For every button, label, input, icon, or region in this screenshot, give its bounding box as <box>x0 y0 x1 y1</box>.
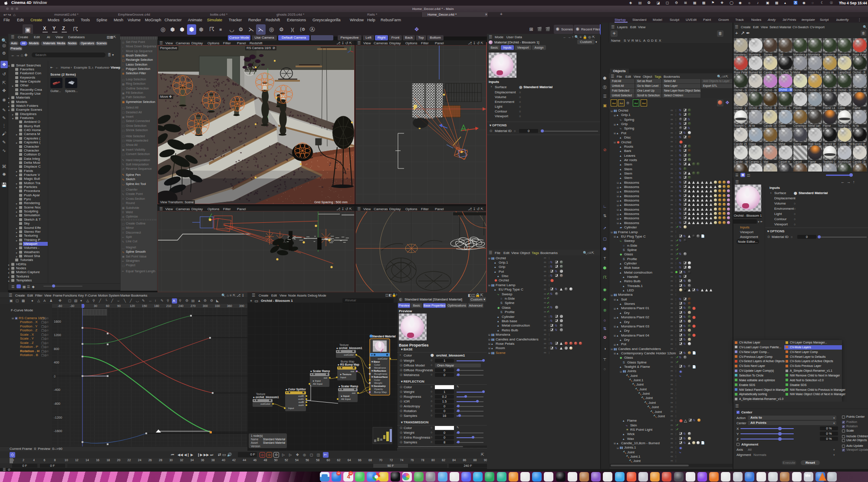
svg-text:out: out <box>351 370 355 373</box>
svg-text:▾ Reflection: ▾ Reflection <box>371 370 386 372</box>
svg-text:Bump Map: Bump Map <box>374 391 387 393</box>
svg-text:Input: Input <box>340 376 346 379</box>
svg-text:1 node(s): 1 node(s) <box>251 434 263 438</box>
svg-text:Input: Input <box>288 407 294 409</box>
svg-text:120: 120 <box>130 304 135 307</box>
svg-text:Name: Name <box>251 438 259 441</box>
svg-text:outA: outA <box>299 404 304 406</box>
svg-text:270: 270 <box>191 304 196 307</box>
svg-text:● orchid_blossom1: ● orchid_blossom1 <box>253 396 279 399</box>
svg-text:Alt Input: Alt Input <box>341 398 351 400</box>
svg-text:-400: -400 <box>54 388 60 392</box>
svg-text:● Scalar Ramp: ● Scalar Ramp <box>339 385 358 388</box>
svg-text:▸ Input: ▸ Input <box>313 380 321 382</box>
svg-text:▾ Base: ▾ Base <box>371 360 380 363</box>
svg-text:150: 150 <box>142 304 147 307</box>
svg-text:outColor: outColor <box>378 357 388 360</box>
svg-text:Alt Input: Alt Input <box>313 383 322 385</box>
svg-text:Texture: Texture <box>256 393 266 396</box>
svg-text:out: out <box>352 392 356 394</box>
svg-text:Metalness: Metalness <box>374 366 386 369</box>
svg-text:360: 360 <box>227 304 232 307</box>
svg-text:outG: outG <box>298 398 304 400</box>
svg-text:Version: Version <box>251 445 260 448</box>
svg-text:Roughness: Roughness <box>374 373 387 375</box>
svg-text:30: 30 <box>94 304 97 307</box>
svg-text:▾ Subsurface: ▾ Subsurface <box>371 376 388 378</box>
svg-text:Color: Color <box>374 363 380 366</box>
svg-text:210: 210 <box>166 304 171 307</box>
svg-text:240: 240 <box>178 304 184 307</box>
svg-text:Standard Material: Standard Material <box>263 441 286 444</box>
svg-text:●Standard Material: ●Standard Material <box>370 335 396 338</box>
svg-text:-1200: -1200 <box>54 416 62 419</box>
svg-text:1600: 1600 <box>54 320 61 324</box>
svg-text:Opacity: Opacity <box>374 388 383 390</box>
svg-text:● RS Bump Map: ● RS Bump Map <box>338 363 359 366</box>
svg-text:60: 60 <box>106 304 109 307</box>
svg-text:-800: -800 <box>54 402 60 406</box>
svg-text:Weight: Weight <box>374 382 382 384</box>
svg-text:● Scalar Ramp: ● Scalar Ramp <box>310 370 330 373</box>
svg-text:Standard Material: Standard Material <box>263 438 286 441</box>
svg-text:outB: outB <box>299 401 304 403</box>
svg-text:● orchid_blossom1: ● orchid_blossom1 <box>336 347 362 350</box>
svg-text:Color: Color <box>374 379 380 381</box>
svg-text:outColor: outColor <box>344 353 354 356</box>
svg-text:300: 300 <box>203 304 208 307</box>
svg-text:▸ Input: ▸ Input <box>341 395 349 397</box>
svg-text:outColor: outColor <box>260 403 270 405</box>
svg-text:▸ Texture: ▸ Texture <box>340 373 352 376</box>
svg-text:-1600: -1600 <box>54 429 62 433</box>
svg-text:-60: -60 <box>58 304 62 307</box>
svg-text:-30: -30 <box>70 304 74 307</box>
svg-text:90: 90 <box>117 304 121 307</box>
svg-text:800: 800 <box>54 347 59 351</box>
svg-text:1200: 1200 <box>54 333 61 337</box>
svg-text:▾ Geometry: ▾ Geometry <box>371 385 386 387</box>
svg-text:330: 330 <box>215 304 220 307</box>
svg-text:outR: outR <box>298 395 304 397</box>
svg-text:Texture: Texture <box>339 343 349 347</box>
svg-text:● Color Splitter: ● Color Splitter <box>286 388 306 391</box>
svg-text:390: 390 <box>239 304 244 307</box>
svg-text:out: out <box>324 376 328 379</box>
svg-text:180: 180 <box>154 304 159 307</box>
svg-text:400: 400 <box>54 360 59 364</box>
svg-text:Asset: Asset <box>251 441 258 444</box>
